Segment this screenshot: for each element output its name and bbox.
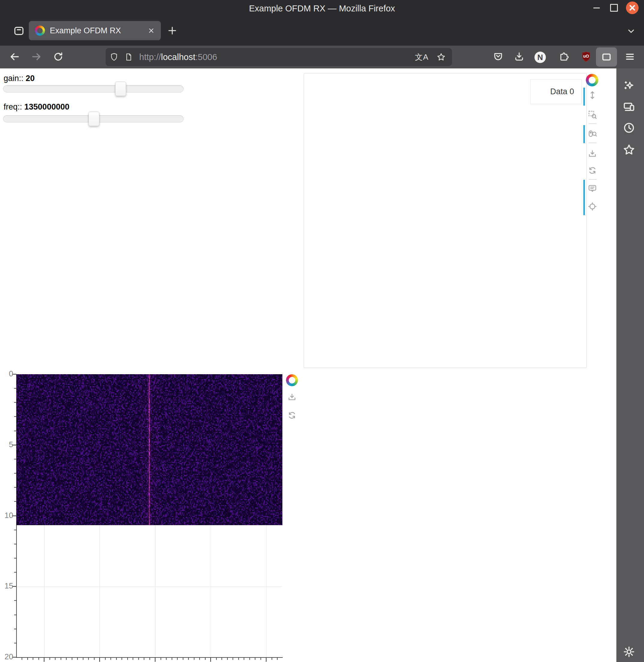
downloads-button[interactable] xyxy=(514,51,525,62)
x-minor-tick xyxy=(161,658,161,660)
bookmark-star-icon[interactable] xyxy=(436,52,446,62)
y-minor-tick xyxy=(14,544,16,544)
save-icon xyxy=(588,149,597,159)
pocket-save-button[interactable] xyxy=(493,51,504,62)
maximize-button[interactable] xyxy=(608,2,619,13)
y-minor-tick xyxy=(14,487,16,488)
back-button[interactable] xyxy=(9,51,20,62)
ublock-shield-icon: uO xyxy=(580,50,592,63)
list-all-tabs-button[interactable] xyxy=(626,26,636,36)
url-host: localhost xyxy=(161,52,196,62)
y-minor-tick xyxy=(14,402,16,403)
bookmarks-button[interactable] xyxy=(622,143,636,156)
x-minor-tick xyxy=(133,658,133,660)
x-minor-tick xyxy=(227,658,228,660)
toolbar-separator xyxy=(589,179,597,180)
sidebar-icon xyxy=(601,52,612,63)
gain-slider-handle[interactable] xyxy=(115,82,126,96)
wheel-zoom-tool-button[interactable] xyxy=(588,129,597,139)
bokeh-logo[interactable] xyxy=(286,374,298,386)
reload-icon xyxy=(53,51,64,62)
top-plot: Data 0 xyxy=(304,73,587,368)
page-info-icon[interactable] xyxy=(124,52,133,62)
synced-tabs-button[interactable] xyxy=(622,100,636,113)
reset-tool-button[interactable] xyxy=(287,411,297,420)
plus-icon xyxy=(167,25,178,36)
reset-tool-button[interactable] xyxy=(588,166,597,175)
save-icon xyxy=(287,392,297,402)
x-tick xyxy=(155,658,156,662)
url-bar[interactable]: http://localhost:5006 文A xyxy=(106,48,452,66)
maximize-icon xyxy=(610,4,618,12)
tracking-protection-shield-icon[interactable] xyxy=(109,52,119,62)
crosshair-tool-button[interactable] xyxy=(588,202,597,211)
url-text[interactable]: http://localhost:5006 xyxy=(139,52,415,62)
save-tool-button[interactable] xyxy=(287,392,297,402)
y-minor-tick xyxy=(14,431,16,431)
x-minor-tick xyxy=(222,658,222,660)
extensions-button[interactable] xyxy=(559,51,570,62)
x-minor-tick xyxy=(116,658,117,660)
noscript-icon: N xyxy=(537,53,543,62)
new-tab-button[interactable] xyxy=(167,25,178,36)
clock-icon xyxy=(622,121,636,134)
sparkle-icon xyxy=(622,79,636,92)
puzzle-icon xyxy=(559,51,570,62)
x-minor-tick xyxy=(77,658,78,660)
x-minor-tick xyxy=(94,658,94,660)
y-tick-label: 10 xyxy=(2,511,13,520)
reload-button[interactable] xyxy=(53,51,64,62)
freq-slider[interactable] xyxy=(3,115,184,122)
minimize-button[interactable] xyxy=(591,2,602,13)
translate-icon[interactable]: 文A xyxy=(415,52,429,63)
forward-button[interactable] xyxy=(31,51,42,62)
x-minor-tick xyxy=(138,658,139,660)
box-zoom-tool-button[interactable] xyxy=(588,110,597,119)
reset-icon xyxy=(287,411,297,420)
gain-slider[interactable] xyxy=(3,85,184,92)
chevron-down-icon xyxy=(626,26,636,36)
sidebar-settings-button[interactable] xyxy=(622,645,636,658)
y-minor-tick xyxy=(14,530,16,530)
gridline xyxy=(17,586,282,587)
x-minor-tick xyxy=(171,658,172,660)
x-minor-tick xyxy=(183,658,183,660)
y-minor-tick xyxy=(14,473,16,474)
x-minor-tick xyxy=(121,658,122,660)
tab-close-button[interactable] xyxy=(146,25,157,36)
freq-slider-handle[interactable] xyxy=(89,112,99,126)
noscript-extension-button[interactable]: N xyxy=(534,52,546,63)
toolbar-separator xyxy=(589,123,597,124)
x-minor-tick xyxy=(249,658,250,660)
box-zoom-icon xyxy=(588,110,597,119)
y-tick-label: 20 xyxy=(2,652,13,661)
pan-tool-button[interactable] xyxy=(588,90,597,100)
x-minor-tick xyxy=(199,658,200,660)
app-menu-button[interactable] xyxy=(624,51,635,62)
x-minor-tick xyxy=(166,658,166,660)
x-minor-tick xyxy=(27,658,28,660)
x-tick xyxy=(99,658,100,662)
active-tool-indicator xyxy=(583,88,585,106)
x-minor-tick xyxy=(216,658,217,660)
sidebar-toggle-button[interactable] xyxy=(596,47,617,67)
ublock-origin-button[interactable]: uO xyxy=(580,50,592,63)
save-tool-button[interactable] xyxy=(588,149,597,159)
active-tool-indicator xyxy=(583,125,585,143)
close-button[interactable] xyxy=(626,1,639,14)
history-button[interactable] xyxy=(622,121,636,134)
firefox-sidebar-rail xyxy=(616,68,644,662)
x-minor-tick xyxy=(61,658,61,660)
close-icon xyxy=(629,4,636,12)
freq-slider-label: freq:: 1350000000 xyxy=(4,102,69,112)
y-minor-tick xyxy=(14,643,16,643)
hover-tool-button[interactable] xyxy=(588,184,597,193)
browser-tab[interactable]: Example OFDM RX xyxy=(29,21,161,40)
firefox-view-icon[interactable] xyxy=(13,25,25,37)
ai-chatbot-button[interactable] xyxy=(622,79,636,92)
x-minor-tick xyxy=(111,658,111,660)
bokeh-logo[interactable] xyxy=(586,74,598,86)
x-minor-tick xyxy=(39,658,39,660)
hover-icon xyxy=(588,184,597,193)
x-minor-tick xyxy=(49,658,50,660)
